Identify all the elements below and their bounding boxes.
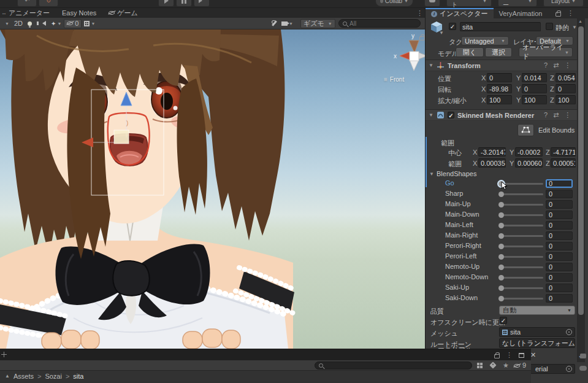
slider-thumb[interactable] (498, 244, 504, 249)
tool-settings-button[interactable] (269, 19, 280, 28)
component-menu-icon[interactable]: ⋮ (564, 111, 571, 119)
blendshape-value-field[interactable]: 0 (546, 242, 573, 250)
blendshape-value-field[interactable]: 0 (546, 190, 573, 198)
blendshape-value-field[interactable]: 0 (546, 179, 573, 188)
tab-animator[interactable]: ↔ アニメーター (0, 8, 56, 18)
blendshape-slider[interactable] (499, 277, 543, 279)
audio-toggle[interactable] (34, 19, 48, 28)
inspector-lock-icon[interactable] (556, 12, 561, 17)
blendshape-slider[interactable] (499, 235, 543, 237)
blendshape-slider[interactable] (499, 298, 543, 300)
position-z-field[interactable]: 0.0546 (556, 73, 576, 82)
blendshape-value-field[interactable]: 0 (546, 294, 573, 303)
maximize-icon[interactable] (519, 353, 524, 358)
position-y-field[interactable]: 0.014 (522, 73, 547, 82)
search-by-type-icon[interactable] (477, 363, 483, 368)
foldout-icon[interactable]: ▼ (429, 63, 433, 68)
slider-thumb[interactable] (498, 275, 504, 280)
blendshape-value-field[interactable]: 0 (546, 284, 573, 292)
blendshape-slider[interactable] (499, 214, 543, 216)
close-icon[interactable]: ✕ (530, 351, 536, 359)
tab-easy-notes[interactable]: Easy Notes (56, 8, 102, 18)
inspector-menu-icon[interactable]: ⋮ (567, 9, 574, 17)
center-z-field[interactable]: -4.71717 (551, 147, 576, 157)
tab-inspector[interactable]: i インスペクター (426, 8, 494, 18)
object-picker-icon[interactable] (566, 366, 572, 372)
extent-z-field[interactable]: 0.00051 (551, 158, 576, 168)
blendshape-slider[interactable] (499, 266, 543, 268)
lighting-toggle[interactable] (25, 19, 34, 28)
component-enabled-checkbox[interactable]: ✓ (448, 112, 454, 118)
slider-thumb[interactable] (498, 212, 504, 218)
collab-button[interactable]: Collab ▼ (375, 0, 413, 7)
preset-icon[interactable]: ⇄ (553, 111, 559, 119)
help-icon[interactable]: ? (544, 61, 548, 69)
cloud-button[interactable] (424, 0, 440, 7)
blendshape-slider[interactable] (499, 193, 543, 195)
foldout-icon[interactable]: ▼ (429, 112, 433, 118)
slider-thumb[interactable] (498, 265, 504, 270)
model-overrides-dropdown[interactable]: オーバーライド▼ (519, 47, 573, 57)
character-model[interactable] (0, 29, 307, 349)
project-search-input[interactable] (326, 362, 448, 369)
slider-thumb[interactable] (498, 192, 504, 197)
preset-icon[interactable]: ⇄ (553, 61, 559, 69)
breadcrumb-assets[interactable]: Assets (13, 373, 34, 380)
tab-veryanimation[interactable]: VeryAnimation (494, 8, 548, 18)
gizmos-dropdown[interactable]: ギズモ ▼ (300, 19, 335, 28)
layout-dropdown[interactable]: Layout ▼ (543, 0, 584, 7)
breadcrumb-sita[interactable]: sita (73, 373, 83, 380)
add-icon[interactable] (1, 352, 7, 357)
shading-mode-dropdown[interactable]: ▼ (2, 19, 12, 28)
edit-bounds-button[interactable] (517, 124, 534, 136)
view-orientation-label[interactable]: ≡ Front (384, 76, 404, 83)
extent-y-field[interactable]: 0.000606 (515, 158, 543, 168)
blendshape-slider[interactable] (499, 225, 543, 226)
grid-dropdown[interactable]: ▼ (82, 19, 97, 28)
update-offscreen-checkbox[interactable]: ✓ (500, 317, 507, 324)
slider-thumb[interactable] (498, 233, 504, 239)
scale-y-field[interactable]: 100 (522, 95, 547, 104)
scroll-up-icon[interactable]: ▲ (578, 19, 582, 23)
play-button[interactable] (158, 0, 174, 7)
blendshape-slider[interactable] (499, 287, 543, 289)
static-checkbox[interactable] (546, 23, 553, 30)
center-x-field[interactable]: -3.20147 (478, 147, 506, 157)
model-open-button[interactable]: 開く (456, 47, 484, 57)
favorites-star-icon[interactable]: ★ (503, 362, 509, 369)
blendshape-value-field[interactable]: 0 (546, 263, 573, 271)
help-icon[interactable]: ? (544, 111, 548, 119)
icon-foldout[interactable]: ▼ (439, 30, 444, 36)
tab-game[interactable]: ゲーム (102, 8, 144, 18)
root-bone-object-field[interactable]: なし (トランスフォーム) (499, 338, 575, 348)
layers-dropdown[interactable]: レイヤー ▼ (498, 0, 537, 7)
scale-x-field[interactable]: 100 (487, 95, 512, 104)
effects-dropdown[interactable]: ✦ ▼ (48, 19, 64, 28)
blendshape-value-field[interactable]: 0 (546, 252, 573, 261)
blendshape-value-field[interactable]: 0 (546, 231, 573, 240)
extent-x-field[interactable]: 0.00035 (478, 158, 506, 168)
blendshape-value-field[interactable]: 0 (546, 221, 573, 230)
tag-dropdown[interactable]: Untagged▼ (461, 36, 509, 45)
object-picker-icon[interactable] (566, 329, 572, 335)
skinned-mesh-renderer-header[interactable]: ▼ ✓ Skinned Mesh Renderer ? ⇄ ⋮ (426, 109, 577, 121)
object-name-field[interactable] (460, 22, 541, 31)
slider-thumb[interactable] (498, 223, 504, 228)
pane-menu-icon[interactable]: ⋮ (416, 9, 423, 17)
position-x-field[interactable]: 0 (487, 73, 512, 82)
mesh-object-field[interactable]: sita (499, 327, 575, 337)
rotation-x-field[interactable]: -89.98 (487, 84, 512, 93)
project-search[interactable] (315, 362, 472, 369)
redo-tool-button[interactable]: ↻ (39, 0, 58, 7)
blendshape-slider[interactable] (499, 246, 543, 247)
gizmo-lock-icon[interactable] (419, 36, 425, 41)
scene-search[interactable] (338, 19, 421, 28)
inspector-scrollbar[interactable]: ▲ ▼ (577, 18, 585, 362)
2d-toggle[interactable]: 2D (12, 19, 25, 28)
breadcrumb-sozai[interactable]: Sozai (45, 373, 62, 380)
component-menu-icon[interactable]: ⋮ (564, 61, 571, 69)
scrollbar-thumb[interactable] (578, 26, 584, 315)
hidden-count-icon[interactable] (514, 363, 521, 368)
scene-view[interactable]: y x ≡ Front (0, 29, 425, 349)
blendshape-slider[interactable] (499, 256, 543, 258)
